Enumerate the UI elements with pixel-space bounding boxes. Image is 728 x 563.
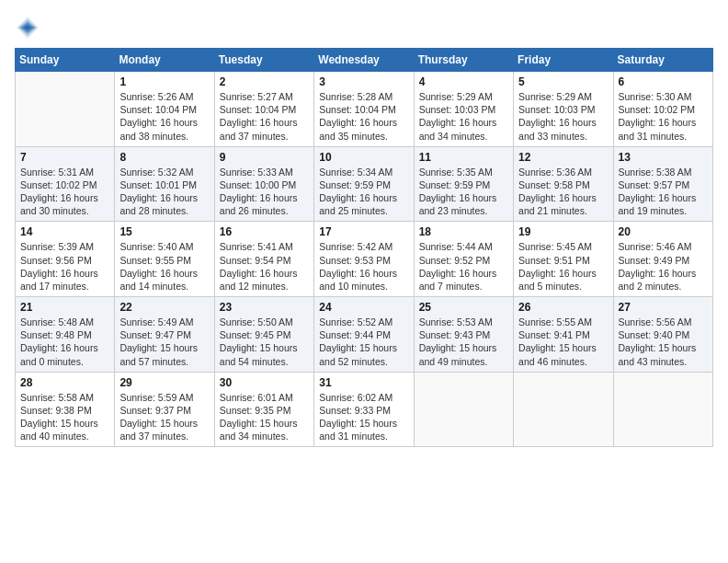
logo-icon xyxy=(15,15,40,40)
calendar-cell: 31Sunrise: 6:02 AMSunset: 9:33 PMDayligh… xyxy=(314,372,414,447)
day-info: Sunrise: 5:48 AMSunset: 9:48 PMDaylight:… xyxy=(20,316,109,368)
calendar-cell: 1Sunrise: 5:26 AMSunset: 10:04 PMDayligh… xyxy=(115,72,214,147)
day-number: 17 xyxy=(319,225,408,238)
weekday-header-friday: Friday xyxy=(514,49,613,72)
day-info: Sunrise: 5:39 AMSunset: 9:56 PMDaylight:… xyxy=(20,240,109,293)
calendar-cell: 14Sunrise: 5:39 AMSunset: 9:56 PMDayligh… xyxy=(16,222,115,297)
day-number: 16 xyxy=(220,225,309,238)
day-number: 4 xyxy=(419,75,508,88)
calendar-cell: 15Sunrise: 5:40 AMSunset: 9:55 PMDayligh… xyxy=(115,222,214,297)
header xyxy=(15,15,713,40)
week-row-1: 1Sunrise: 5:26 AMSunset: 10:04 PMDayligh… xyxy=(16,72,713,147)
day-info: Sunrise: 5:52 AMSunset: 9:44 PMDaylight:… xyxy=(319,316,408,368)
week-row-3: 14Sunrise: 5:39 AMSunset: 9:56 PMDayligh… xyxy=(16,222,713,297)
day-number: 21 xyxy=(20,301,109,314)
day-number: 27 xyxy=(619,301,708,314)
day-info: Sunrise: 5:49 AMSunset: 9:47 PMDaylight:… xyxy=(119,316,209,368)
calendar-cell: 22Sunrise: 5:49 AMSunset: 9:47 PMDayligh… xyxy=(115,297,214,373)
weekday-header-sunday: Sunday xyxy=(16,49,115,72)
calendar-cell: 30Sunrise: 6:01 AMSunset: 9:35 PMDayligh… xyxy=(214,372,313,447)
calendar-cell: 28Sunrise: 5:58 AMSunset: 9:38 PMDayligh… xyxy=(16,372,115,447)
calendar-cell: 2Sunrise: 5:27 AMSunset: 10:04 PMDayligh… xyxy=(214,72,313,147)
day-number: 14 xyxy=(20,225,109,238)
calendar-cell: 9Sunrise: 5:33 AMSunset: 10:00 PMDayligh… xyxy=(214,146,313,222)
day-info: Sunrise: 5:29 AMSunset: 10:03 PMDaylight… xyxy=(518,90,608,143)
day-info: Sunrise: 5:30 AMSunset: 10:02 PMDaylight… xyxy=(619,90,708,143)
calendar-cell: 29Sunrise: 5:59 AMSunset: 9:37 PMDayligh… xyxy=(115,372,214,447)
day-info: Sunrise: 5:56 AMSunset: 9:40 PMDaylight:… xyxy=(619,316,708,368)
day-number: 7 xyxy=(20,151,109,164)
week-row-4: 21Sunrise: 5:48 AMSunset: 9:48 PMDayligh… xyxy=(16,297,713,373)
weekday-header-thursday: Thursday xyxy=(414,49,513,72)
day-number: 11 xyxy=(419,151,508,164)
day-info: Sunrise: 5:28 AMSunset: 10:04 PMDaylight… xyxy=(319,90,408,143)
weekday-header-saturday: Saturday xyxy=(613,49,712,72)
calendar-cell: 16Sunrise: 5:41 AMSunset: 9:54 PMDayligh… xyxy=(214,222,313,297)
page: SundayMondayTuesdayWednesdayThursdayFrid… xyxy=(0,0,728,456)
calendar-cell: 6Sunrise: 5:30 AMSunset: 10:02 PMDayligh… xyxy=(613,72,712,147)
day-info: Sunrise: 5:55 AMSunset: 9:41 PMDaylight:… xyxy=(518,316,608,368)
day-number: 18 xyxy=(419,225,508,238)
day-info: Sunrise: 5:41 AMSunset: 9:54 PMDaylight:… xyxy=(220,240,309,293)
day-number: 25 xyxy=(419,301,508,314)
day-number: 2 xyxy=(220,75,309,88)
day-info: Sunrise: 5:53 AMSunset: 9:43 PMDaylight:… xyxy=(419,316,508,368)
day-number: 6 xyxy=(619,75,708,88)
calendar-cell: 17Sunrise: 5:42 AMSunset: 9:53 PMDayligh… xyxy=(314,222,414,297)
day-number: 29 xyxy=(119,376,209,389)
day-info: Sunrise: 5:58 AMSunset: 9:38 PMDaylight:… xyxy=(20,391,109,443)
day-info: Sunrise: 5:46 AMSunset: 9:49 PMDaylight:… xyxy=(619,240,708,293)
day-number: 30 xyxy=(220,376,309,389)
day-number: 22 xyxy=(119,301,209,314)
day-info: Sunrise: 5:34 AMSunset: 9:59 PMDaylight:… xyxy=(319,166,408,218)
calendar-cell: 20Sunrise: 5:46 AMSunset: 9:49 PMDayligh… xyxy=(613,222,712,297)
calendar-cell: 10Sunrise: 5:34 AMSunset: 9:59 PMDayligh… xyxy=(314,146,414,222)
day-number: 19 xyxy=(518,225,608,238)
weekday-header-wednesday: Wednesday xyxy=(314,49,414,72)
week-row-5: 28Sunrise: 5:58 AMSunset: 9:38 PMDayligh… xyxy=(16,372,713,447)
calendar-cell: 19Sunrise: 5:45 AMSunset: 9:51 PMDayligh… xyxy=(514,222,613,297)
day-number: 8 xyxy=(119,151,209,164)
weekday-header-row: SundayMondayTuesdayWednesdayThursdayFrid… xyxy=(16,49,713,72)
day-info: Sunrise: 5:33 AMSunset: 10:00 PMDaylight… xyxy=(220,166,309,218)
calendar-cell xyxy=(514,372,613,447)
day-info: Sunrise: 5:42 AMSunset: 9:53 PMDaylight:… xyxy=(319,240,408,293)
day-info: Sunrise: 6:01 AMSunset: 9:35 PMDaylight:… xyxy=(220,391,309,443)
day-number: 3 xyxy=(319,75,408,88)
calendar-cell: 4Sunrise: 5:29 AMSunset: 10:03 PMDayligh… xyxy=(414,72,513,147)
day-number: 1 xyxy=(119,75,209,88)
calendar-cell: 5Sunrise: 5:29 AMSunset: 10:03 PMDayligh… xyxy=(514,72,613,147)
calendar-cell: 21Sunrise: 5:48 AMSunset: 9:48 PMDayligh… xyxy=(16,297,115,373)
calendar-cell xyxy=(613,372,712,447)
calendar-cell: 7Sunrise: 5:31 AMSunset: 10:02 PMDayligh… xyxy=(16,146,115,222)
day-number: 23 xyxy=(220,301,309,314)
calendar-cell: 13Sunrise: 5:38 AMSunset: 9:57 PMDayligh… xyxy=(613,146,712,222)
day-number: 5 xyxy=(518,75,608,88)
day-info: Sunrise: 5:35 AMSunset: 9:59 PMDaylight:… xyxy=(419,166,508,218)
week-row-2: 7Sunrise: 5:31 AMSunset: 10:02 PMDayligh… xyxy=(16,146,713,222)
weekday-header-monday: Monday xyxy=(115,49,214,72)
calendar-cell: 3Sunrise: 5:28 AMSunset: 10:04 PMDayligh… xyxy=(314,72,414,147)
day-number: 13 xyxy=(619,151,708,164)
calendar-cell: 8Sunrise: 5:32 AMSunset: 10:01 PMDayligh… xyxy=(115,146,214,222)
calendar-cell xyxy=(414,372,513,447)
day-info: Sunrise: 5:32 AMSunset: 10:01 PMDaylight… xyxy=(119,166,209,218)
day-number: 24 xyxy=(319,301,408,314)
day-number: 31 xyxy=(319,376,408,389)
day-info: Sunrise: 5:29 AMSunset: 10:03 PMDaylight… xyxy=(419,90,508,143)
calendar-cell: 23Sunrise: 5:50 AMSunset: 9:45 PMDayligh… xyxy=(214,297,313,373)
day-number: 20 xyxy=(619,225,708,238)
day-info: Sunrise: 5:44 AMSunset: 9:52 PMDaylight:… xyxy=(419,240,508,293)
calendar-cell xyxy=(16,72,115,147)
day-number: 15 xyxy=(119,225,209,238)
calendar-cell: 27Sunrise: 5:56 AMSunset: 9:40 PMDayligh… xyxy=(613,297,712,373)
day-info: Sunrise: 5:38 AMSunset: 9:57 PMDaylight:… xyxy=(619,166,708,218)
day-info: Sunrise: 5:59 AMSunset: 9:37 PMDaylight:… xyxy=(119,391,209,443)
weekday-header-tuesday: Tuesday xyxy=(214,49,313,72)
calendar: SundayMondayTuesdayWednesdayThursdayFrid… xyxy=(15,48,713,447)
day-info: Sunrise: 6:02 AMSunset: 9:33 PMDaylight:… xyxy=(319,391,408,443)
day-number: 10 xyxy=(319,151,408,164)
calendar-cell: 12Sunrise: 5:36 AMSunset: 9:58 PMDayligh… xyxy=(514,146,613,222)
day-info: Sunrise: 5:45 AMSunset: 9:51 PMDaylight:… xyxy=(518,240,608,293)
day-info: Sunrise: 5:36 AMSunset: 9:58 PMDaylight:… xyxy=(518,166,608,218)
